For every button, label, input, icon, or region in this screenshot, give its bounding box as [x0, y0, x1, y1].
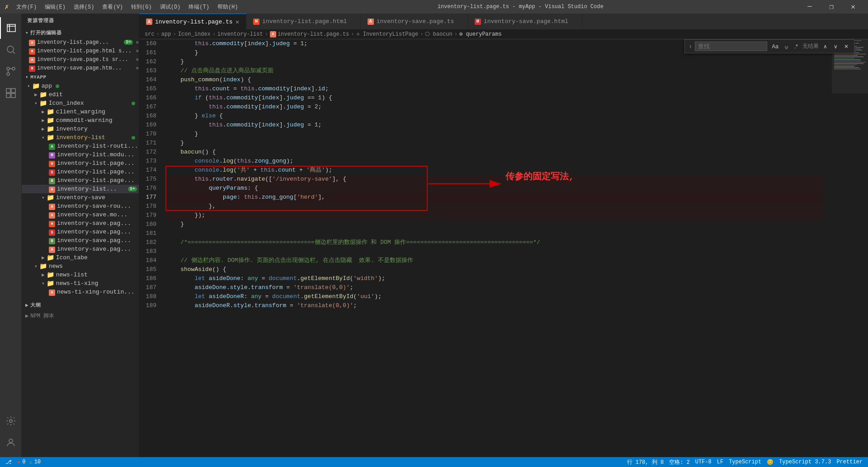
tab-close-button[interactable]: ✕ — [236, 18, 239, 26]
bc-query-params[interactable]: ⚙ queryParams — [459, 31, 502, 37]
bc-class[interactable]: ⟡ InventoryListPage — [356, 31, 419, 37]
folder-inventory-save[interactable]: ▾ 📁 inventory-save — [22, 193, 139, 202]
bc-inventory-list[interactable]: inventory-list — [217, 31, 263, 37]
typescript-version-status[interactable]: TypeScript 3.7.3 — [779, 459, 831, 465]
line-ending-label: LF — [717, 459, 723, 465]
menu-goto[interactable]: 转到(G) — [127, 2, 156, 12]
file-inventory-list-routing[interactable]: A inventory-list-routi... — [22, 142, 139, 150]
folder-icon-index[interactable]: ▾ 📁 Icon_index — [22, 99, 139, 107]
file-inv-save-mo[interactable]: A inventory-save.mo... — [22, 210, 139, 219]
tab-inventory-list-html[interactable]: H inventory-list.page.html ✕ — [246, 14, 361, 29]
tab-inventory-save-html[interactable]: H inventory-save.page.html ✕ — [468, 14, 582, 29]
bc-icon-index[interactable]: Icon_index — [178, 31, 211, 37]
tab-inventory-list-ts[interactable]: A inventory-list.page.ts ✕ — [139, 14, 246, 29]
open-editors-header[interactable]: ▾ 打开的编辑器 — [22, 28, 139, 38]
settings-icon[interactable] — [0, 410, 22, 432]
line-num-188: 188 — [139, 292, 156, 301]
folder-inventory[interactable]: ▶ 📁 inventory — [22, 125, 139, 133]
menu-debug[interactable]: 调试(D) — [156, 2, 184, 12]
menu-select[interactable]: 选择(S) — [70, 2, 98, 12]
file-inventory-list-page-other[interactable]: R inventory-list.page... — [22, 176, 139, 185]
search-icon[interactable] — [0, 39, 22, 61]
open-editor-item[interactable]: H inventory-save.page.htm... ✕ — [22, 64, 139, 72]
code-line-172: baocun() { — [166, 148, 823, 157]
menu-help[interactable]: 帮助(H) — [214, 2, 242, 12]
line-num-178: 178 — [139, 202, 156, 211]
file-inv-save-pag3[interactable]: R inventory-save.pag... — [22, 236, 139, 245]
error-icon: ✕ — [17, 459, 20, 466]
line-col-status[interactable]: 行 178, 列 8 — [627, 458, 664, 466]
find-next-button[interactable]: ∨ — [832, 42, 840, 51]
folder-app[interactable]: ▾ 📁 app — [22, 82, 139, 90]
project-header[interactable]: ▾ MYAPP — [22, 72, 139, 82]
line-num-169: 169 — [139, 121, 156, 130]
file-inventory-list-page-spec[interactable]: S inventory-list.page... — [22, 168, 139, 176]
file-inventory-list-page-html[interactable]: H inventory-list.page... — [22, 159, 139, 168]
find-whole-word-button[interactable]: ⍹ — [783, 42, 790, 51]
file-inv-save-rou[interactable]: A inventory-save-rou... — [22, 202, 139, 210]
file-inventory-list-module[interactable]: M inventory-list.modu... — [22, 150, 139, 159]
tab-inventory-save-ts[interactable]: A inventory-save.page.ts ✕ — [361, 14, 468, 29]
maximize-button[interactable]: ❐ — [821, 0, 842, 14]
folder-commodit-warning[interactable]: ▶ 📁 commodit-warning — [22, 116, 139, 125]
bc-baocun[interactable]: ⬡ baocun — [425, 31, 452, 37]
bc-src[interactable]: src — [145, 31, 155, 37]
account-icon[interactable] — [0, 432, 22, 453]
line-num-171: 171 — [139, 139, 156, 148]
line-ending-status[interactable]: LF — [717, 459, 723, 465]
menu-file[interactable]: 文件(F) — [13, 2, 41, 12]
folder-client-warging[interactable]: ▶ 📁 client_warging — [22, 107, 139, 116]
menu-view[interactable]: 查看(V) — [99, 2, 127, 12]
minimap — [832, 39, 868, 457]
file-news-ti-xing-routing[interactable]: A news-ti-xing-routin... — [22, 288, 139, 296]
folder-news[interactable]: ▾ 📁 news — [22, 262, 139, 271]
find-prev-button[interactable]: ∧ — [821, 42, 829, 51]
folder-edit[interactable]: ▶ 📁 edit — [22, 90, 139, 99]
errors-status[interactable]: ✕ 0 ⚠ 10 — [17, 459, 41, 466]
find-input[interactable] — [695, 42, 767, 51]
code-line-163: // 点击商品盘点进入商品加减页面 — [166, 66, 823, 75]
folder-inventory-list[interactable]: ▾ 📁 inventory-list — [22, 133, 139, 142]
menu-edit[interactable]: 编辑(E) — [41, 2, 69, 12]
git-branch-status[interactable]: ⎇ — [5, 459, 12, 466]
bc-file[interactable]: A inventory-list.page.ts — [270, 31, 349, 37]
tab-label: inventory-save.page.html — [484, 18, 568, 25]
outline-header[interactable]: ▶ 大纲 — [22, 300, 139, 310]
prettier-status[interactable]: Prettier — [836, 459, 863, 465]
file-inventory-list-active[interactable]: A inventory-list... 9+ — [22, 185, 139, 193]
file-inv-save-pag1[interactable]: H inventory-save.pag... — [22, 219, 139, 228]
find-close-button[interactable]: ✕ — [842, 42, 850, 51]
find-widget[interactable]: › Aa ⍹ .* 无结果 ∧ ∨ ✕ — [684, 39, 854, 53]
line-num-173: 173 — [139, 157, 156, 166]
open-editor-item[interactable]: A inventory-save.page.ts sr... ✕ — [22, 55, 139, 64]
folder-news-ti-xing[interactable]: ▾ 📁 news-ti-xing — [22, 279, 139, 288]
menu-terminal[interactable]: 终端(T) — [185, 2, 213, 12]
file-inv-save-pag2[interactable]: S inventory-save.pag... — [22, 228, 139, 236]
npm-section[interactable]: ▶ NPM 脚本 — [22, 310, 139, 322]
source-control-icon[interactable] — [0, 61, 22, 82]
find-expand-icon[interactable]: › — [689, 43, 692, 50]
code-content[interactable]: this.commodity[index].judeg = 1; } } // … — [162, 39, 832, 457]
minimize-button[interactable]: ─ — [799, 0, 820, 14]
extensions-icon[interactable] — [0, 82, 22, 104]
bc-app[interactable]: app — [161, 31, 171, 37]
find-regex-button[interactable]: .* — [793, 42, 800, 51]
feedback-status[interactable]: 😊 — [767, 459, 774, 466]
language-status[interactable]: TypeScript — [729, 459, 761, 465]
code-line-164: push_common(index) { — [166, 75, 823, 84]
find-match-case-button[interactable]: Aa — [770, 42, 780, 51]
explorer-icon[interactable] — [0, 17, 22, 39]
spaces-status[interactable]: 空格: 2 — [669, 458, 690, 466]
open-editor-item[interactable]: A inventory-list.page... 9+ ✕ — [22, 38, 139, 47]
git-icon: ⎇ — [5, 459, 12, 466]
activity-bar — [0, 14, 22, 457]
open-editor-item[interactable]: H inventory-list.page.html s... ✕ — [22, 47, 139, 55]
title-bar-left: ✗ 文件(F) 编辑(E) 选择(S) 查看(V) 转到(G) 调试(D) 终端… — [5, 2, 242, 12]
window-controls: ─ ❐ ✕ — [799, 0, 863, 14]
folder-news-list[interactable]: ▶ 📁 news-list — [22, 271, 139, 279]
close-button[interactable]: ✕ — [843, 0, 863, 14]
encoding-status[interactable]: UTF-8 — [695, 459, 712, 465]
file-inv-save-pag4[interactable]: A inventory-save.pag... — [22, 245, 139, 253]
folder-icon-tabe[interactable]: ▶ 📁 Icon_tabe — [22, 253, 139, 262]
status-bar: ⎇ ✕ 0 ⚠ 10 行 178, 列 8 空格: 2 UTF-8 LF Typ… — [0, 457, 868, 467]
